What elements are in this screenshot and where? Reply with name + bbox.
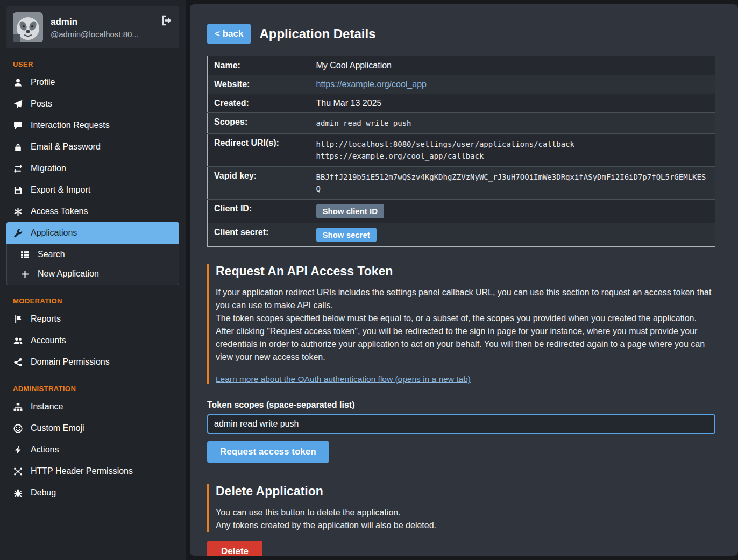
- redirect-uri: https://example.org/cool_app/callback: [316, 150, 709, 162]
- sidebar-item-applications-new[interactable]: New Application: [7, 264, 179, 283]
- description-line: If your application redirect URIs includ…: [216, 286, 715, 312]
- smile-icon: [13, 424, 23, 433]
- table-row-client-secret: Client secret: Show secret: [208, 223, 715, 247]
- table-row-client-id: Client ID: Show client ID: [208, 200, 715, 223]
- table-row-vapid-key: Vapid key: BBJffJ219b5iE512m7wQSzv4KgKDh…: [208, 167, 715, 200]
- request-access-token-button[interactable]: Request access token: [207, 441, 329, 463]
- sidebar-item-reports[interactable]: Reports: [6, 308, 179, 330]
- token-scopes-input[interactable]: [207, 414, 715, 434]
- sidebar-item-label: Reports: [31, 314, 61, 324]
- back-button[interactable]: < back: [207, 24, 251, 44]
- main-panel: < back Application Details Name: My Cool…: [190, 4, 738, 556]
- delete-application-section: Delete Application You can use this butt…: [207, 484, 715, 532]
- application-details-table: Name: My Cool Application Website: https…: [207, 56, 715, 247]
- sidebar-item-access-tokens[interactable]: Access Tokens: [6, 201, 179, 222]
- sidebar: admin @admin@localhost:80... USER Profil…: [0, 0, 186, 560]
- page-title: Application Details: [259, 26, 375, 41]
- sidebar-item-label: Migration: [31, 164, 66, 173]
- website-link[interactable]: https://example.org/cool_app: [316, 80, 427, 89]
- table-row-website: Website: https://example.org/cool_app: [208, 75, 715, 94]
- user-meta: admin @admin@localhost:80...: [51, 17, 153, 39]
- sidebar-item-label: Debug: [31, 488, 56, 498]
- sidebar-item-label: Instance: [31, 402, 63, 412]
- row-label: Vapid key:: [208, 167, 310, 200]
- bug-icon: [13, 488, 23, 498]
- sidebar-item-applications[interactable]: Applications: [6, 222, 179, 244]
- sidebar-section-moderation: MODERATION: [6, 297, 179, 305]
- table-row-created: Created: Thu Mar 13 2025: [208, 94, 715, 113]
- sidebar-item-label: Custom Emoji: [31, 423, 84, 433]
- sidebar-item-label: New Application: [38, 269, 99, 279]
- share-nodes-icon: [13, 358, 23, 367]
- sidebar-item-actions[interactable]: Actions: [6, 439, 179, 460]
- sidebar-item-debug[interactable]: Debug: [6, 482, 179, 504]
- row-label: Client ID:: [208, 200, 310, 223]
- sidebar-item-label: Accounts: [31, 336, 66, 345]
- sidebar-item-label: Applications: [31, 228, 77, 238]
- table-row-name: Name: My Cool Application: [208, 56, 715, 75]
- sidebar-item-label: Domain Permissions: [31, 357, 110, 367]
- sidebar-item-export-import[interactable]: Export & Import: [6, 179, 179, 201]
- flag-icon: [13, 315, 23, 324]
- sidebar-item-label: Actions: [31, 445, 59, 455]
- paper-plane-icon: [13, 100, 23, 109]
- sidebar-item-instance[interactable]: Instance: [6, 396, 179, 417]
- row-value: Thu Mar 13 2025: [310, 94, 715, 113]
- delete-button[interactable]: Delete: [207, 541, 262, 556]
- description-line: After clicking "Request access token", y…: [216, 325, 715, 364]
- sidebar-item-label: Posts: [31, 99, 52, 109]
- table-row-scopes: Scopes: admin read write push: [208, 113, 715, 134]
- asterisk-icon: [13, 207, 23, 216]
- sidebar-item-migration[interactable]: Migration: [6, 158, 179, 179]
- request-token-description: If your application redirect URIs includ…: [216, 286, 715, 364]
- sidebar-item-label: Email & Password: [31, 142, 101, 152]
- sidebar-item-posts[interactable]: Posts: [6, 93, 179, 115]
- bolt-icon: [13, 445, 23, 455]
- user-handle: @admin@localhost:80...: [51, 30, 153, 39]
- token-scopes-label: Token scopes (space-separated list): [207, 400, 715, 410]
- sidebar-item-label: HTTP Header Permissions: [31, 466, 133, 476]
- sidebar-section-administration: ADMINISTRATION: [6, 385, 179, 393]
- request-token-heading: Request An API Access Token: [216, 264, 715, 279]
- logout-icon[interactable]: [161, 15, 173, 29]
- description-line: The token scopes specified below must be…: [216, 312, 715, 325]
- sidebar-item-label: Export & Import: [31, 185, 90, 195]
- table-row-redirect-uris: Redirect URI(s): http://localhost:8080/s…: [208, 134, 715, 167]
- sidebar-item-email-password[interactable]: Email & Password: [6, 136, 179, 158]
- row-label: Website:: [208, 75, 310, 94]
- sidebar-item-interaction-requests[interactable]: Interaction Requests: [6, 115, 179, 136]
- row-label: Name:: [208, 56, 310, 75]
- sidebar-item-accounts[interactable]: Accounts: [6, 330, 179, 351]
- show-client-id-button[interactable]: Show client ID: [316, 204, 385, 218]
- user-icon: [13, 78, 23, 87]
- row-label: Client secret:: [208, 223, 310, 247]
- sidebar-item-http-header-permissions[interactable]: HTTP Header Permissions: [6, 460, 179, 482]
- sidebar-section-user: USER: [6, 60, 179, 68]
- sidebar-item-applications-search[interactable]: Search: [7, 245, 179, 264]
- wrench-icon: [13, 229, 23, 238]
- user-card[interactable]: admin @admin@localhost:80...: [6, 6, 179, 48]
- sidebar-item-label: Search: [38, 250, 65, 259]
- redirect-uri: http://localhost:8080/settings/user/appl…: [316, 138, 709, 150]
- avatar: [13, 12, 43, 42]
- row-value: My Cool Application: [310, 56, 715, 75]
- row-value: BBJffJ219b5iE512m7wQSzv4KgKDhgZZVzNyWC_r…: [310, 167, 715, 200]
- lock-icon: [13, 143, 23, 152]
- save-icon: [13, 186, 23, 195]
- sidebar-item-label: Profile: [31, 77, 55, 87]
- main-area: < back Application Details Name: My Cool…: [186, 0, 738, 560]
- sidebar-item-profile[interactable]: Profile: [6, 72, 179, 93]
- oauth-docs-link[interactable]: Learn more about the OAuth authenticatio…: [216, 374, 471, 384]
- user-name: admin: [51, 17, 153, 27]
- exchange-icon: [13, 164, 23, 173]
- row-label: Created:: [208, 94, 310, 113]
- plus-icon: [20, 270, 30, 279]
- delete-application-heading: Delete Application: [216, 484, 715, 499]
- applications-subnav: Search New Application: [6, 244, 179, 285]
- sidebar-item-domain-permissions[interactable]: Domain Permissions: [6, 351, 179, 373]
- show-secret-button[interactable]: Show secret: [316, 228, 377, 242]
- list-icon: [20, 250, 30, 259]
- sitemap-icon: [13, 402, 23, 412]
- sidebar-item-custom-emoji[interactable]: Custom Emoji: [6, 417, 179, 439]
- row-value: admin read write push: [310, 113, 715, 134]
